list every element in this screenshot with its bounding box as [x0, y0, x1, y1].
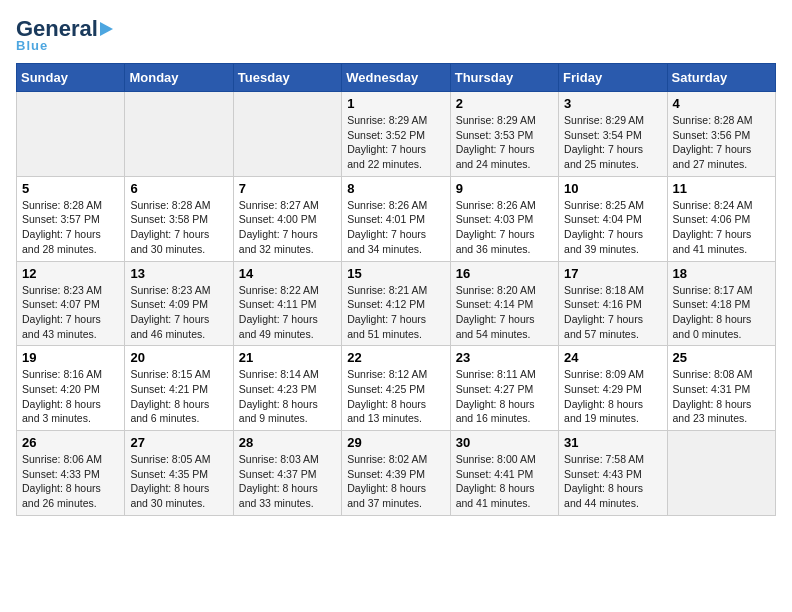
- day-info: Sunrise: 8:29 AM Sunset: 3:54 PM Dayligh…: [564, 113, 661, 172]
- weekday-header-tuesday: Tuesday: [233, 64, 341, 92]
- day-number: 10: [564, 181, 661, 196]
- day-number: 22: [347, 350, 444, 365]
- day-number: 11: [673, 181, 770, 196]
- weekday-header-thursday: Thursday: [450, 64, 558, 92]
- calendar-cell: [17, 92, 125, 177]
- calendar-cell: 23Sunrise: 8:11 AM Sunset: 4:27 PM Dayli…: [450, 346, 558, 431]
- logo-arrow-icon: [100, 22, 113, 36]
- day-info: Sunrise: 8:20 AM Sunset: 4:14 PM Dayligh…: [456, 283, 553, 342]
- calendar-cell: 20Sunrise: 8:15 AM Sunset: 4:21 PM Dayli…: [125, 346, 233, 431]
- weekday-header-friday: Friday: [559, 64, 667, 92]
- day-info: Sunrise: 8:28 AM Sunset: 3:56 PM Dayligh…: [673, 113, 770, 172]
- day-number: 30: [456, 435, 553, 450]
- calendar-cell: [667, 431, 775, 516]
- calendar-cell: 15Sunrise: 8:21 AM Sunset: 4:12 PM Dayli…: [342, 261, 450, 346]
- day-info: Sunrise: 8:21 AM Sunset: 4:12 PM Dayligh…: [347, 283, 444, 342]
- day-info: Sunrise: 8:14 AM Sunset: 4:23 PM Dayligh…: [239, 367, 336, 426]
- calendar-cell: 22Sunrise: 8:12 AM Sunset: 4:25 PM Dayli…: [342, 346, 450, 431]
- calendar-cell: 27Sunrise: 8:05 AM Sunset: 4:35 PM Dayli…: [125, 431, 233, 516]
- day-number: 23: [456, 350, 553, 365]
- day-info: Sunrise: 8:03 AM Sunset: 4:37 PM Dayligh…: [239, 452, 336, 511]
- calendar-cell: 12Sunrise: 8:23 AM Sunset: 4:07 PM Dayli…: [17, 261, 125, 346]
- day-info: Sunrise: 8:00 AM Sunset: 4:41 PM Dayligh…: [456, 452, 553, 511]
- day-info: Sunrise: 8:17 AM Sunset: 4:18 PM Dayligh…: [673, 283, 770, 342]
- day-info: Sunrise: 8:08 AM Sunset: 4:31 PM Dayligh…: [673, 367, 770, 426]
- calendar-cell: 10Sunrise: 8:25 AM Sunset: 4:04 PM Dayli…: [559, 176, 667, 261]
- day-info: Sunrise: 8:06 AM Sunset: 4:33 PM Dayligh…: [22, 452, 119, 511]
- weekday-header-wednesday: Wednesday: [342, 64, 450, 92]
- calendar-cell: 17Sunrise: 8:18 AM Sunset: 4:16 PM Dayli…: [559, 261, 667, 346]
- day-number: 14: [239, 266, 336, 281]
- day-info: Sunrise: 8:24 AM Sunset: 4:06 PM Dayligh…: [673, 198, 770, 257]
- calendar-cell: 16Sunrise: 8:20 AM Sunset: 4:14 PM Dayli…: [450, 261, 558, 346]
- day-number: 20: [130, 350, 227, 365]
- day-info: Sunrise: 8:11 AM Sunset: 4:27 PM Dayligh…: [456, 367, 553, 426]
- day-number: 15: [347, 266, 444, 281]
- day-number: 6: [130, 181, 227, 196]
- page-header: General Blue: [16, 16, 776, 53]
- day-info: Sunrise: 8:05 AM Sunset: 4:35 PM Dayligh…: [130, 452, 227, 511]
- weekday-header-sunday: Sunday: [17, 64, 125, 92]
- day-number: 26: [22, 435, 119, 450]
- day-number: 3: [564, 96, 661, 111]
- day-info: Sunrise: 8:25 AM Sunset: 4:04 PM Dayligh…: [564, 198, 661, 257]
- day-number: 9: [456, 181, 553, 196]
- day-number: 27: [130, 435, 227, 450]
- day-info: Sunrise: 8:15 AM Sunset: 4:21 PM Dayligh…: [130, 367, 227, 426]
- day-info: Sunrise: 8:23 AM Sunset: 4:09 PM Dayligh…: [130, 283, 227, 342]
- day-info: Sunrise: 8:26 AM Sunset: 4:03 PM Dayligh…: [456, 198, 553, 257]
- day-number: 17: [564, 266, 661, 281]
- calendar-cell: 25Sunrise: 8:08 AM Sunset: 4:31 PM Dayli…: [667, 346, 775, 431]
- day-info: Sunrise: 8:28 AM Sunset: 3:58 PM Dayligh…: [130, 198, 227, 257]
- calendar-cell: 7Sunrise: 8:27 AM Sunset: 4:00 PM Daylig…: [233, 176, 341, 261]
- day-number: 28: [239, 435, 336, 450]
- calendar-cell: 18Sunrise: 8:17 AM Sunset: 4:18 PM Dayli…: [667, 261, 775, 346]
- weekday-header-saturday: Saturday: [667, 64, 775, 92]
- calendar-cell: 24Sunrise: 8:09 AM Sunset: 4:29 PM Dayli…: [559, 346, 667, 431]
- calendar-cell: 14Sunrise: 8:22 AM Sunset: 4:11 PM Dayli…: [233, 261, 341, 346]
- calendar-cell: 26Sunrise: 8:06 AM Sunset: 4:33 PM Dayli…: [17, 431, 125, 516]
- calendar-cell: 19Sunrise: 8:16 AM Sunset: 4:20 PM Dayli…: [17, 346, 125, 431]
- day-info: Sunrise: 8:29 AM Sunset: 3:53 PM Dayligh…: [456, 113, 553, 172]
- day-info: Sunrise: 8:09 AM Sunset: 4:29 PM Dayligh…: [564, 367, 661, 426]
- day-number: 19: [22, 350, 119, 365]
- calendar-cell: 9Sunrise: 8:26 AM Sunset: 4:03 PM Daylig…: [450, 176, 558, 261]
- day-number: 21: [239, 350, 336, 365]
- day-number: 24: [564, 350, 661, 365]
- day-number: 1: [347, 96, 444, 111]
- calendar-cell: 4Sunrise: 8:28 AM Sunset: 3:56 PM Daylig…: [667, 92, 775, 177]
- calendar-cell: 31Sunrise: 7:58 AM Sunset: 4:43 PM Dayli…: [559, 431, 667, 516]
- day-number: 2: [456, 96, 553, 111]
- logo-sub: Blue: [16, 38, 48, 53]
- calendar-cell: 28Sunrise: 8:03 AM Sunset: 4:37 PM Dayli…: [233, 431, 341, 516]
- day-number: 5: [22, 181, 119, 196]
- calendar-header: SundayMondayTuesdayWednesdayThursdayFrid…: [17, 64, 776, 92]
- day-info: Sunrise: 8:27 AM Sunset: 4:00 PM Dayligh…: [239, 198, 336, 257]
- day-info: Sunrise: 8:16 AM Sunset: 4:20 PM Dayligh…: [22, 367, 119, 426]
- logo: General Blue: [16, 16, 115, 53]
- day-number: 7: [239, 181, 336, 196]
- day-number: 12: [22, 266, 119, 281]
- day-number: 18: [673, 266, 770, 281]
- day-info: Sunrise: 8:22 AM Sunset: 4:11 PM Dayligh…: [239, 283, 336, 342]
- calendar-cell: 6Sunrise: 8:28 AM Sunset: 3:58 PM Daylig…: [125, 176, 233, 261]
- day-info: Sunrise: 8:12 AM Sunset: 4:25 PM Dayligh…: [347, 367, 444, 426]
- calendar-cell: 1Sunrise: 8:29 AM Sunset: 3:52 PM Daylig…: [342, 92, 450, 177]
- calendar-table: SundayMondayTuesdayWednesdayThursdayFrid…: [16, 63, 776, 516]
- day-info: Sunrise: 8:02 AM Sunset: 4:39 PM Dayligh…: [347, 452, 444, 511]
- calendar-cell: 3Sunrise: 8:29 AM Sunset: 3:54 PM Daylig…: [559, 92, 667, 177]
- calendar-cell: 5Sunrise: 8:28 AM Sunset: 3:57 PM Daylig…: [17, 176, 125, 261]
- calendar-cell: [233, 92, 341, 177]
- day-number: 16: [456, 266, 553, 281]
- calendar-cell: 13Sunrise: 8:23 AM Sunset: 4:09 PM Dayli…: [125, 261, 233, 346]
- day-number: 31: [564, 435, 661, 450]
- calendar-cell: 29Sunrise: 8:02 AM Sunset: 4:39 PM Dayli…: [342, 431, 450, 516]
- weekday-header-monday: Monday: [125, 64, 233, 92]
- day-number: 25: [673, 350, 770, 365]
- day-number: 13: [130, 266, 227, 281]
- day-info: Sunrise: 8:23 AM Sunset: 4:07 PM Dayligh…: [22, 283, 119, 342]
- day-info: Sunrise: 7:58 AM Sunset: 4:43 PM Dayligh…: [564, 452, 661, 511]
- day-number: 29: [347, 435, 444, 450]
- day-info: Sunrise: 8:18 AM Sunset: 4:16 PM Dayligh…: [564, 283, 661, 342]
- calendar-cell: 30Sunrise: 8:00 AM Sunset: 4:41 PM Dayli…: [450, 431, 558, 516]
